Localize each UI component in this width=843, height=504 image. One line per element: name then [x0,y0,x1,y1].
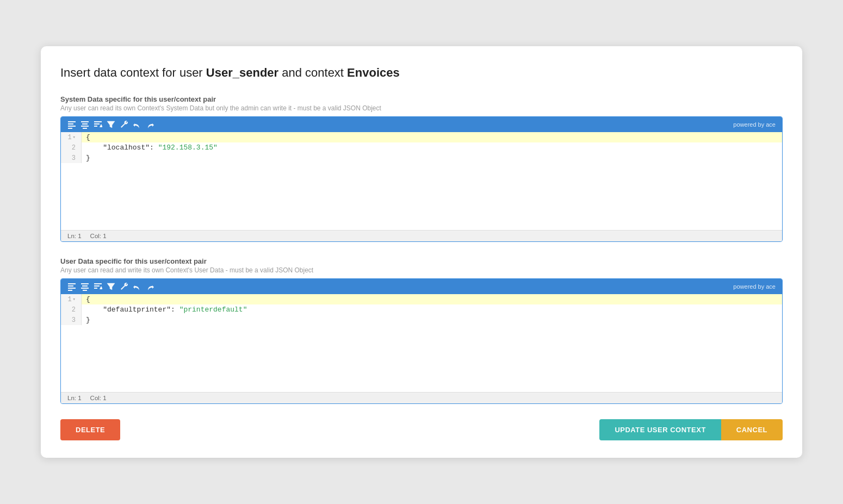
svg-rect-16 [68,290,72,291]
user-editor-body[interactable]: 1▾ { 2 "defaultprinter": "printerdefault… [61,294,782,392]
user-editor: powered by ace 1▾ { 2 "defaultprinter": … [60,278,783,404]
user-data-desc: Any user can read and write its own Cont… [60,266,783,274]
wrench-icon-2[interactable] [120,282,128,291]
svg-marker-24 [100,286,102,289]
system-data-section: System Data specific for this user/conte… [60,95,783,242]
cancel-button[interactable]: CANCEL [721,419,783,440]
svg-rect-5 [82,123,88,125]
system-editor: powered by ace 1▾ { 2 "localhost": "192.… [60,116,783,242]
system-editor-body[interactable]: 1▾ { 2 "localhost": "192.158.3.15" 3 } [61,132,782,230]
user-editor-ln: Ln: 1 [67,395,82,401]
system-editor-status-bar: Ln: 1 Col: 1 [61,230,782,241]
svg-rect-4 [81,121,89,122]
svg-rect-10 [94,126,97,127]
svg-rect-15 [68,288,76,289]
editor-empty-space [61,163,782,217]
undo-icon-2[interactable] [133,282,141,291]
svg-rect-8 [94,121,102,122]
user-editor-status-bar: Ln: 1 Col: 1 [61,392,782,403]
align-left-icon[interactable] [67,120,76,129]
delete-button[interactable]: DELETE [60,419,120,440]
align-center-icon-2[interactable] [80,282,89,291]
editor-empty-space-2 [61,325,782,379]
sort-icon-2[interactable] [94,282,102,291]
editor-line: 1▾ { [61,294,782,304]
title-context: Envoices [347,66,400,79]
filter-icon[interactable] [107,120,115,129]
svg-rect-3 [68,128,72,129]
user-editor-powered-by: powered by ace [733,283,776,290]
svg-marker-11 [100,124,102,127]
svg-rect-1 [68,123,73,125]
user-editor-col: Col: 1 [90,395,107,401]
page-title: Insert data context for user User_sender… [60,66,783,80]
user-data-section: User Data specific for this user/context… [60,257,783,404]
svg-rect-18 [82,285,88,287]
svg-rect-19 [81,288,89,289]
editor-line: 3 } [61,315,782,325]
sort-icon[interactable] [94,120,102,129]
title-user: User_sender [206,66,278,79]
svg-rect-20 [83,290,87,291]
svg-rect-21 [94,283,102,284]
svg-rect-14 [68,285,73,287]
footer-actions: DELETE UPDATE USER CONTEXT CANCEL [60,419,783,440]
svg-rect-22 [94,285,100,287]
svg-marker-25 [107,283,115,290]
svg-rect-7 [83,128,87,129]
system-editor-toolbar: powered by ace [61,117,782,132]
right-buttons: UPDATE USER CONTEXT CANCEL [599,419,783,440]
undo-icon[interactable] [133,120,141,129]
title-prefix: Insert data context for user [60,66,206,79]
wrench-icon[interactable] [120,120,128,129]
svg-rect-0 [68,121,76,122]
svg-rect-17 [81,283,89,284]
editor-line: 2 "localhost": "192.158.3.15" [61,142,782,153]
title-middle: and context [278,66,347,79]
user-data-label: User Data specific for this user/context… [60,257,783,265]
svg-rect-6 [81,126,89,127]
update-user-context-button[interactable]: UPDATE USER CONTEXT [599,419,721,440]
editor-line: 1▾ { [61,132,782,142]
user-toolbar-icons [67,282,154,291]
redo-icon[interactable] [146,120,154,129]
svg-rect-13 [68,283,76,284]
align-left-icon-2[interactable] [67,282,76,291]
editor-line: 3 } [61,153,782,163]
redo-icon-2[interactable] [146,282,154,291]
system-toolbar-icons [67,120,154,129]
editor-line: 2 "defaultprinter": "printerdefault" [61,304,782,315]
system-editor-ln: Ln: 1 [67,233,82,239]
modal-container: Insert data context for user User_sender… [41,46,802,458]
svg-rect-9 [94,123,100,125]
svg-rect-23 [94,288,97,289]
svg-marker-12 [107,121,115,128]
system-data-label: System Data specific for this user/conte… [60,95,783,103]
system-editor-col: Col: 1 [90,233,107,239]
svg-rect-2 [68,126,76,127]
filter-icon-2[interactable] [107,282,115,291]
user-editor-toolbar: powered by ace [61,279,782,294]
system-data-desc: Any user can read its own Context's Syst… [60,104,783,112]
align-center-icon[interactable] [80,120,89,129]
system-editor-powered-by: powered by ace [733,121,776,128]
